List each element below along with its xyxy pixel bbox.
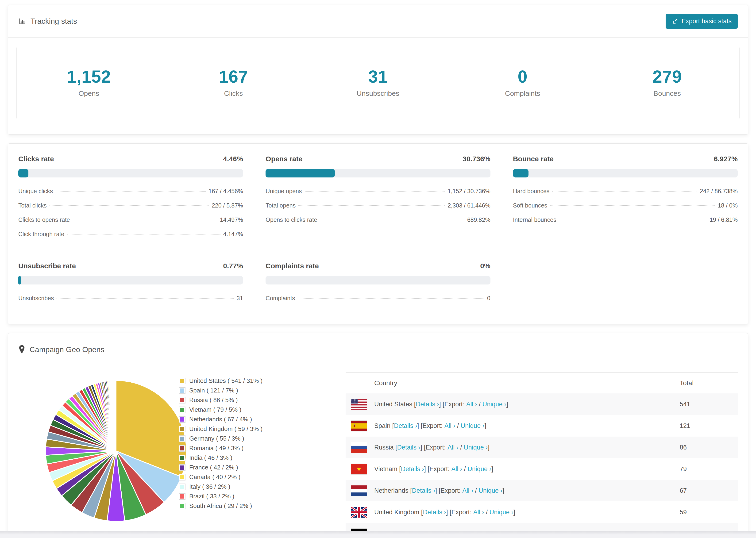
country-name: United States [	[374, 401, 416, 408]
export-unique-link[interactable]: Unique ›	[482, 401, 507, 408]
country-cell: United Kingdom [Details ›] [Export: All …	[374, 509, 680, 516]
geo-pie-wrap	[15, 372, 179, 534]
export-all-link[interactable]: All ›	[466, 401, 477, 408]
rate-row: Unique clicks167 / 4.456%	[18, 184, 243, 198]
bracket-close: ]	[491, 465, 493, 473]
export-unique-link[interactable]: Unique ›	[478, 487, 503, 494]
legend-label: United States ( 541 / 31% )	[189, 377, 262, 385]
summary-box-complaints: 0Complaints	[450, 47, 595, 119]
summary-value: 1,152	[17, 67, 161, 86]
legend-swatch	[179, 397, 186, 404]
legend-item: South Africa ( 29 / 2% )	[179, 501, 306, 511]
export-all-link[interactable]: All ›	[473, 509, 484, 516]
page-title: Tracking stats	[30, 17, 77, 26]
details-link[interactable]: Details ›	[412, 487, 435, 494]
rate-row-label: Unique opens	[266, 188, 302, 194]
rate-row-label: Click through rate	[18, 231, 64, 238]
rate-row-label: Opens to clicks rate	[266, 216, 317, 223]
rate-row: Complaints0	[266, 291, 490, 305]
bracket-text: ] [Export:	[446, 509, 473, 516]
geo-title: Campaign Geo Opens	[29, 345, 104, 354]
rate-row-value: 167 / 4.456%	[208, 188, 243, 194]
summary-value: 167	[161, 67, 306, 86]
dotted-leader	[50, 205, 209, 206]
rate-head: Complaints rate0%	[266, 262, 490, 270]
slash-text: /	[484, 509, 490, 516]
rate-row: Soft bounces18 / 0%	[513, 198, 738, 213]
legend-swatch	[179, 435, 186, 442]
rate-rows: Unsubscribes31	[18, 291, 243, 305]
rate-block-bounce-rate: Bounce rate6.927%Hard bounces242 / 86.73…	[513, 155, 738, 241]
legend-item: Russia ( 86 / 5% )	[179, 395, 306, 405]
flag-nl	[351, 485, 367, 496]
rate-row: Click through rate4.147%	[18, 227, 243, 241]
bracket-text: ] [Export:	[417, 422, 445, 430]
export-all-link[interactable]: All ›	[451, 465, 462, 473]
total-cell: 79	[680, 465, 732, 473]
rate-block-unsubscribe-rate: Unsubscribe rate0.77%Unsubscribes31	[18, 262, 243, 305]
page-bottom-gutter	[0, 531, 756, 538]
rate-value: 4.46%	[223, 155, 243, 163]
flag-es	[351, 420, 367, 431]
rate-value: 0%	[480, 262, 490, 270]
details-link[interactable]: Details ›	[416, 401, 439, 408]
country-name: Spain [	[374, 422, 394, 430]
rate-head: Unsubscribe rate0.77%	[18, 262, 243, 270]
legend-swatch	[179, 378, 186, 384]
legend-item: Vietnam ( 79 / 5% )	[179, 405, 306, 414]
geo-header: Campaign Geo Opens	[8, 333, 748, 366]
export-all-link[interactable]: All ›	[445, 422, 456, 430]
export-all-link[interactable]: All ›	[462, 487, 473, 494]
rate-progress-fill	[266, 169, 335, 178]
bracket-close: ]	[488, 444, 490, 451]
export-unique-link[interactable]: Unique ›	[464, 444, 488, 451]
rate-block-complaints-rate: Complaints rate0%Complaints0	[266, 262, 490, 305]
summary-label: Opens	[17, 89, 161, 97]
rate-row: Total clicks220 / 5.87%	[18, 198, 243, 213]
legend-label: India ( 46 / 3% )	[189, 454, 233, 461]
details-link[interactable]: Details ›	[397, 444, 420, 451]
export-basic-stats-button[interactable]: Export basic stats	[666, 14, 738, 28]
rate-row-value: 31	[237, 295, 243, 301]
export-all-link[interactable]: All ›	[448, 444, 459, 451]
table-row-ru: Russia [Details ›] [Export: All › / Uniq…	[346, 437, 738, 458]
summary-box-clicks: 167Clicks	[161, 47, 306, 119]
details-link[interactable]: Details ›	[401, 465, 424, 473]
total-cell: 59	[680, 509, 732, 516]
legend-item: Germany ( 55 / 3% )	[179, 434, 306, 443]
legend-item: France ( 42 / 2% )	[179, 463, 306, 472]
rate-head: Bounce rate6.927%	[513, 155, 738, 163]
legend-swatch	[179, 455, 186, 461]
country-cell: Vietnam [Details ›] [Export: All › / Uni…	[374, 465, 680, 473]
details-link[interactable]: Details ›	[423, 509, 446, 516]
bracket-close: ]	[485, 422, 486, 430]
pie-slice-other-53	[116, 381, 116, 451]
table-row-gb: United Kingdom [Details ›] [Export: All …	[346, 501, 738, 523]
rate-progress-fill	[18, 169, 28, 178]
geo-pie-chart	[41, 372, 191, 527]
export-unique-link[interactable]: Unique ›	[467, 465, 491, 473]
rate-title: Bounce rate	[513, 155, 554, 163]
summary-label: Unsubscribes	[306, 89, 450, 97]
country-name: Russia [	[374, 444, 397, 451]
rate-head: Opens rate30.736%	[266, 155, 490, 163]
details-link[interactable]: Details ›	[394, 422, 417, 430]
legend-item: Italy ( 36 / 2% )	[179, 482, 306, 492]
country-name: United Kingdom [	[374, 509, 423, 516]
flag-vn	[351, 463, 367, 475]
rate-row-label: Clicks to opens rate	[18, 216, 70, 223]
export-unique-link[interactable]: Unique ›	[460, 422, 485, 430]
rate-rows: Unique clicks167 / 4.456%Total clicks220…	[18, 184, 243, 241]
legend-swatch	[179, 474, 186, 480]
dotted-leader	[73, 220, 217, 220]
rates-card: Clicks rate4.46%Unique clicks167 / 4.456…	[8, 143, 748, 324]
summary-box-opens: 1,152Opens	[17, 47, 161, 119]
bracket-text: ] [Export:	[435, 487, 462, 494]
rate-row-label: Total clicks	[18, 202, 47, 209]
dotted-leader	[56, 191, 206, 191]
legend-swatch	[179, 493, 186, 500]
bracket-text: ] [Export:	[439, 401, 466, 408]
export-unique-link[interactable]: Unique ›	[490, 509, 513, 516]
country-cell: Netherlands [Details ›] [Export: All › /…	[374, 487, 680, 494]
legend-item: United States ( 541 / 31% )	[179, 376, 306, 386]
